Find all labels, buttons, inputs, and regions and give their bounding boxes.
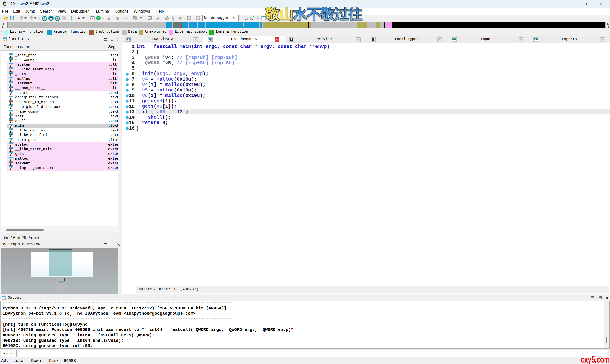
svg-text:#: # — [44, 17, 45, 20]
svg-text:C: C — [245, 17, 247, 20]
svg-text:C: C — [251, 17, 253, 20]
svg-text:T: T — [50, 17, 52, 20]
svg-text:A: A — [78, 16, 80, 20]
svg-text:{}: {} — [124, 16, 128, 20]
svg-text:N: N — [56, 17, 58, 20]
